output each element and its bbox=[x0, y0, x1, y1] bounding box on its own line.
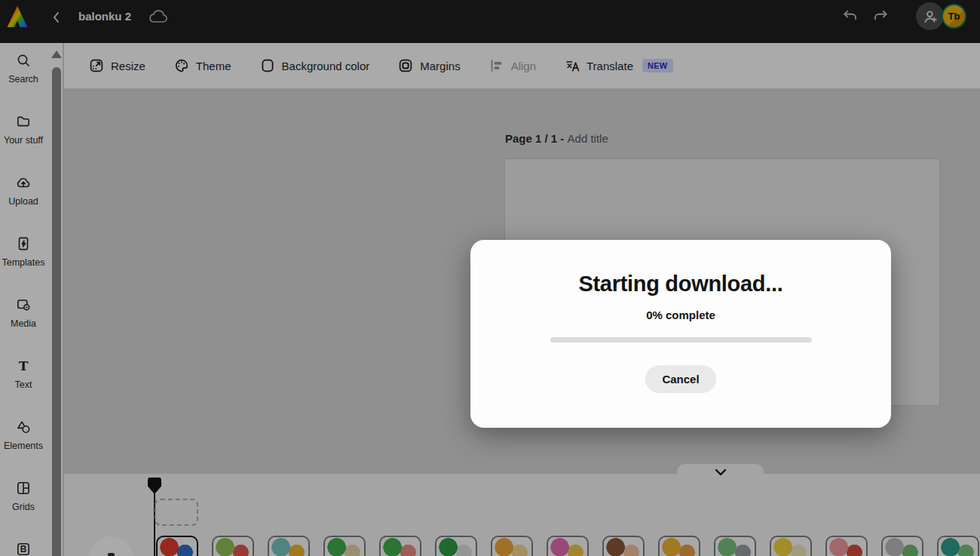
dialog-title: Starting download... bbox=[470, 272, 891, 296]
download-progress-dialog: Starting download... 0% complete Cancel bbox=[470, 240, 891, 428]
cancel-button[interactable]: Cancel bbox=[645, 365, 715, 393]
progress-text: 0% complete bbox=[470, 309, 891, 321]
progress-bar bbox=[550, 337, 812, 343]
